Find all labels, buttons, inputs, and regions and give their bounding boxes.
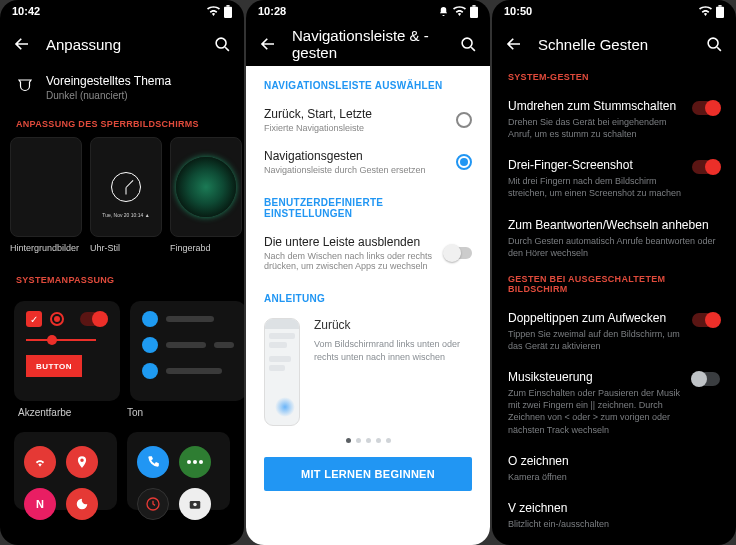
- clock-tile-icon: [137, 488, 169, 520]
- radio-off-icon: [456, 112, 472, 128]
- cap-accent: Akzentfarbe: [18, 407, 117, 418]
- preset-theme-label: Voreingestelltes Thema: [46, 74, 171, 88]
- page-title: Schnelle Gesten: [538, 36, 690, 53]
- card-accent-color[interactable]: ✓ BUTTON: [14, 301, 120, 401]
- section-navselect: NAVIGATIONSLEISTE AUSWÄHLEN: [246, 66, 490, 99]
- wallpaper-thumb: [10, 137, 82, 237]
- tone-dot: [142, 311, 158, 327]
- card-icon-pack-red[interactable]: N: [14, 432, 117, 510]
- option-hide-bar[interactable]: Die untere Leiste ausblenden Nach dem Wi…: [246, 227, 490, 279]
- status-time: 10:28: [258, 5, 286, 17]
- page-title: Navigationsleiste & -gesten: [292, 27, 444, 61]
- svg-rect-10: [472, 5, 475, 7]
- wifi-icon: [699, 6, 712, 16]
- section-guide: ANLEITUNG: [246, 279, 490, 312]
- fingerprint-thumb: [170, 137, 242, 237]
- svg-point-4: [193, 460, 197, 464]
- svg-rect-1: [226, 5, 229, 7]
- svg-rect-0: [224, 6, 232, 17]
- theme-icon: [16, 77, 34, 99]
- switch-icon: [80, 312, 108, 326]
- tone-dot: [142, 363, 158, 379]
- svg-rect-9: [470, 6, 478, 17]
- svg-point-3: [187, 460, 191, 464]
- start-learning-button[interactable]: MIT LERNEN BEGINNEN: [264, 457, 472, 491]
- page-header: Anpassung: [0, 22, 244, 66]
- radio-on-icon: [456, 154, 472, 170]
- svg-point-2: [216, 38, 226, 48]
- tile-wallpapers[interactable]: Hintergrundbilder: [10, 137, 82, 253]
- nfc-tile-icon: N: [24, 488, 56, 520]
- status-time: 10:50: [504, 5, 532, 17]
- cap-tone: Ton: [127, 407, 226, 418]
- svg-point-14: [708, 38, 718, 48]
- tutorial-desc: Vom Bildschirmrand links unten oder rech…: [314, 338, 472, 363]
- bell-icon: [438, 6, 449, 17]
- status-icons: [699, 5, 724, 18]
- svg-point-11: [462, 38, 472, 48]
- wifi-icon: [453, 6, 466, 16]
- switch-on-icon[interactable]: [692, 101, 720, 115]
- back-icon[interactable]: [504, 34, 524, 54]
- item-music-control[interactable]: MusiksteuerungZum Einschalten oder Pausi…: [492, 361, 736, 445]
- option-fixed-nav[interactable]: Zurück, Start, Letzte Fixierte Navigatio…: [246, 99, 490, 141]
- item-raise-answer[interactable]: Zum Beantworten/Wechseln anhebenDurch Ge…: [492, 209, 736, 268]
- svg-rect-13: [718, 5, 721, 7]
- screen-gestures: 10:50 Schnelle Gesten SYSTEM-GESTEN Umdr…: [492, 0, 736, 545]
- switch-on-icon[interactable]: [692, 160, 720, 174]
- battery-icon: [716, 5, 724, 18]
- item-draw-o[interactable]: O zeichnenKamera öffnen: [492, 445, 736, 492]
- status-bar: 10:42: [0, 0, 244, 22]
- tutorial-panel: Zurück Vom Bildschirmrand links unten od…: [264, 318, 472, 426]
- status-time: 10:42: [12, 5, 40, 17]
- tile-clock-style[interactable]: Tue, Nov 20 10:14 ▲ Uhr-Stil: [90, 137, 162, 253]
- section-lockscreen: ANPASSUNG DES SPERRBILDSCHIRMS: [0, 113, 244, 137]
- page-title: Anpassung: [46, 36, 198, 53]
- card-icon-pack-color[interactable]: [127, 432, 230, 510]
- battery-icon: [470, 5, 478, 18]
- switch-off-icon[interactable]: [692, 372, 720, 386]
- gesture-hint-icon: [275, 397, 295, 417]
- section-systemanpassung: SYSTEMANPASSUNG: [0, 269, 244, 293]
- item-double-tap[interactable]: Doppeltippen zum AufweckenTippen Sie zwe…: [492, 302, 736, 361]
- tutorial-title: Zurück: [314, 318, 472, 332]
- battery-icon: [224, 5, 232, 18]
- option-gesture-nav[interactable]: Navigationsgesten Navigationsleiste durc…: [246, 141, 490, 183]
- item-flip-mute[interactable]: Umdrehen zum StummschaltenDrehen Sie das…: [492, 90, 736, 149]
- screen-navigation: 10:28 Navigationsleiste & -gesten NAVIGA…: [246, 0, 490, 545]
- radio-icon: [50, 312, 64, 326]
- tutorial-phone-illustration: [264, 318, 300, 426]
- switch-on-icon[interactable]: [692, 313, 720, 327]
- phone-tile-icon: [137, 446, 169, 478]
- card-tone[interactable]: [130, 301, 244, 401]
- status-icons: [438, 5, 478, 18]
- item-draw-s[interactable]: S zeichnenKeine: [492, 539, 736, 545]
- slider-preview: [26, 339, 96, 341]
- page-header: Navigationsleiste & -gesten: [246, 22, 490, 66]
- back-icon[interactable]: [258, 34, 278, 54]
- search-icon[interactable]: [458, 34, 478, 54]
- tutorial-pager: [246, 438, 490, 443]
- location-tile-icon: [66, 446, 98, 478]
- camera-tile-icon: [179, 488, 211, 520]
- screen-anpassung: 10:42 Anpassung Voreingestelltes Thema D…: [0, 0, 244, 545]
- section-system-gestures: SYSTEM-GESTEN: [492, 66, 736, 90]
- message-tile-icon: [179, 446, 211, 478]
- clock-thumb: Tue, Nov 20 10:14 ▲: [90, 137, 162, 237]
- section-screen-off-gestures: GESTEN BEI AUSGESCHALTETEM BILDSCHIRM: [492, 268, 736, 302]
- item-3finger-screenshot[interactable]: Drei-Finger-ScreenshotMit drei Fingern n…: [492, 149, 736, 208]
- back-icon[interactable]: [12, 34, 32, 54]
- preset-theme-sub: Dunkel (nuanciert): [46, 90, 171, 101]
- search-icon[interactable]: [212, 34, 232, 54]
- checkbox-icon: ✓: [26, 311, 42, 327]
- tone-dot: [142, 337, 158, 353]
- switch-off-icon: [444, 247, 472, 259]
- button-preview: BUTTON: [26, 355, 82, 377]
- item-draw-v[interactable]: V zeichnenBlitzlicht ein-/ausschalten: [492, 492, 736, 539]
- wifi-icon: [207, 6, 220, 16]
- preset-theme-row[interactable]: Voreingestelltes Thema Dunkel (nuanciert…: [0, 66, 244, 113]
- tile-fingerprint[interactable]: Fingerabd: [170, 137, 242, 253]
- search-icon[interactable]: [704, 34, 724, 54]
- status-bar: 10:50: [492, 0, 736, 22]
- svg-point-5: [199, 460, 203, 464]
